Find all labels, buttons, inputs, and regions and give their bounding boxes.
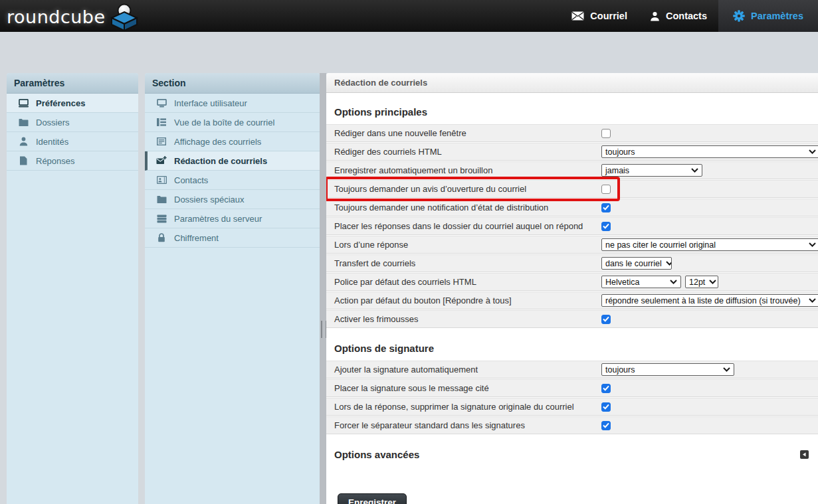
option-row-enable-emoticons: Activer les frimousses [326, 310, 818, 328]
option-row-compose-html: Rédiger des courriels HTMLtoujours [326, 143, 818, 161]
topnav-label: Courriel [590, 11, 627, 21]
option-control [601, 421, 818, 430]
chevron-down-icon [666, 261, 672, 266]
sidebar-item-parametres-du-serveur[interactable]: Paramètres du serveur [145, 209, 320, 228]
option-label: Toujours demander un avis d’ouverture du… [334, 184, 601, 194]
sidebar-item-interface-utilisateur[interactable]: Interface utilisateur [145, 94, 320, 113]
message-display-icon [155, 137, 167, 145]
autosave-draft-select[interactable]: jamais [601, 164, 702, 177]
option-row-strip-signature-on-reply: Lors de la réponse, supprimer la signatu… [326, 398, 818, 416]
forward-mode-select[interactable]: dans le courriel [601, 257, 672, 270]
sidebar-item-dossiers[interactable]: Dossiers [7, 113, 138, 132]
app-logo[interactable]: roundcube [0, 0, 140, 32]
section-title: Options de signature [334, 343, 434, 354]
option-control [601, 185, 818, 194]
reply-mode-select[interactable]: ne pas citer le courriel original [601, 238, 818, 251]
option-label: Placer les réponses dans le dossier du c… [334, 221, 601, 231]
chevron-down-icon [809, 298, 816, 303]
section-list: Interface utilisateurVue de la boîte de … [145, 94, 320, 248]
panel-splitter[interactable] [320, 73, 326, 504]
topnav-courriel[interactable]: Courriel [560, 0, 639, 32]
chevron-down-icon [691, 168, 698, 173]
option-row-request-read-receipt: Toujours demander un avis d’ouverture du… [326, 180, 818, 198]
main-panel: Rédaction de courriels Options principal… [326, 73, 818, 504]
option-row-autosave-draft: Enregistrer automatiquement un brouillon… [326, 161, 818, 179]
topnav-parametres[interactable]: Paramètres [718, 0, 818, 32]
section-panel-title: Section [145, 73, 320, 94]
option-control: répondre seulement à la liste de diffusi… [601, 294, 818, 307]
sidebar-item-affichage-des-courriels[interactable]: Affichage des courriels [145, 132, 320, 151]
check-icon [603, 404, 609, 410]
logo-text: roundcube [7, 3, 106, 32]
mailbox-view-icon [155, 118, 167, 126]
topnav-contacts[interactable]: Contacts [639, 0, 718, 32]
option-label: Forcer le séparateur standard dans les s… [334, 420, 601, 430]
enable-emoticons-checkbox[interactable] [601, 315, 611, 324]
page-title: Rédaction de courriels [326, 73, 818, 93]
option-control: toujours [601, 363, 818, 376]
option-label: Rédiger des courriels HTML [334, 147, 601, 157]
sidebar-item-label: Chiffrement [174, 233, 219, 243]
monitor-icon [155, 99, 167, 108]
store-reply-in-folder-checkbox[interactable] [601, 222, 611, 231]
sidebar-item-chiffrement[interactable]: Chiffrement [145, 228, 320, 248]
option-label: Transfert de courriels [334, 258, 601, 268]
compose-in-new-window-checkbox[interactable] [601, 129, 611, 138]
section-title: Options avancées [334, 449, 419, 460]
sidebar-item-preferences[interactable]: Préférences [7, 94, 138, 113]
request-dsn-checkbox[interactable] [601, 203, 611, 212]
select-value: dans le courriel [605, 259, 662, 268]
save-button[interactable]: Enregistrer [338, 493, 407, 504]
auto-add-signature-select[interactable]: toujours [601, 363, 734, 376]
sidebar-item-reponses[interactable]: Réponses [7, 151, 138, 171]
sidebar-item-contacts[interactable]: Contacts [145, 171, 320, 190]
option-row-compose-in-new-window: Rédiger dans une nouvelle fenêtre [326, 124, 818, 142]
sidebar-item-identites[interactable]: Identités [7, 132, 138, 151]
default-font-select-0[interactable]: Helvetica [601, 276, 681, 288]
special-folders-icon [155, 195, 167, 204]
option-control [601, 402, 818, 412]
option-row-forward-mode: Transfert de courrielsdans le courriel [326, 254, 818, 272]
compose-html-select[interactable]: toujours [601, 145, 818, 158]
sidebar-item-label: Rédaction de courriels [174, 156, 267, 166]
contact-card-icon [155, 176, 167, 184]
chevron-down-icon [809, 242, 816, 247]
responses-icon [17, 156, 29, 165]
settings-list: PréférencesDossiersIdentitésRéponses [7, 94, 138, 171]
option-control [601, 222, 818, 231]
server-icon [155, 214, 167, 223]
chevron-down-icon [809, 149, 816, 154]
select-value: répondre seulement à la liste de diffusi… [605, 296, 801, 305]
section-title: Options principales [334, 106, 427, 118]
settings-panel-title: Paramètres [7, 73, 138, 94]
sidebar-item-redaction-de-courriels[interactable]: Rédaction de courriels [145, 151, 320, 171]
sidebar-item-vue-de-la-boite-de-courriel[interactable]: Vue de la boîte de courriel [145, 113, 320, 132]
signature-below-quote-checkbox[interactable] [601, 384, 611, 393]
sidebar-item-label: Paramètres du serveur [174, 214, 262, 224]
check-icon [603, 422, 609, 428]
option-row-request-dsn: Toujours demander une notification d’éta… [326, 199, 818, 216]
section-heading-row: Options de signature [334, 343, 809, 354]
settings-panel: Paramètres PréférencesDossiersIdentitésR… [7, 73, 138, 504]
reply-all-mode-select[interactable]: répondre seulement à la liste de diffusi… [601, 294, 818, 307]
check-icon [603, 385, 609, 391]
section-heading-row: Options principales [334, 106, 809, 118]
sidebar-item-label: Identités [36, 137, 68, 147]
option-row-reply-mode: Lors d’une réponsene pas citer le courri… [326, 236, 818, 254]
mail-icon [571, 11, 584, 21]
option-control: Helvetica12pt [601, 276, 818, 288]
option-label: Rédiger dans une nouvelle fenêtre [334, 128, 601, 138]
select-value: ne pas citer le courriel original [605, 240, 716, 250]
sidebar-item-dossiers-speciaux[interactable]: Dossiers spéciaux [145, 190, 320, 209]
default-font-select-1[interactable]: 12pt [685, 276, 718, 288]
sidebar-item-label: Dossiers [36, 118, 70, 127]
strip-signature-on-reply-checkbox[interactable] [601, 402, 611, 412]
option-control: ne pas citer le courriel original [601, 238, 818, 251]
compose-icon [155, 156, 167, 165]
force-signature-separator-checkbox[interactable] [601, 421, 611, 430]
request-read-receipt-checkbox[interactable] [601, 185, 611, 194]
option-label: Placer la signature sous le message cité [334, 383, 601, 393]
sidebar-item-label: Contacts [174, 175, 208, 185]
advanced-options-collapse-button[interactable] [800, 450, 809, 459]
option-control: toujours [601, 145, 818, 158]
